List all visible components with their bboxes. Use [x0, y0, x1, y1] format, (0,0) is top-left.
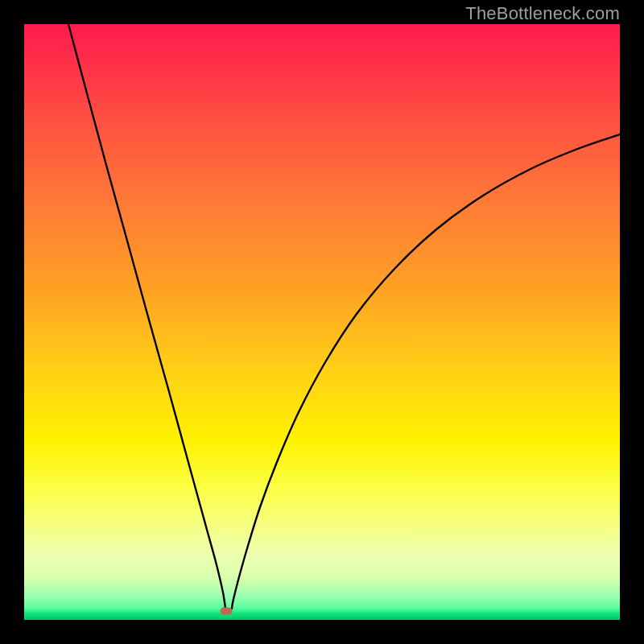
chart-frame: TheBottleneck.com — [0, 0, 644, 644]
watermark-text: TheBottleneck.com — [465, 3, 620, 24]
minimum-marker — [221, 608, 233, 615]
bottleneck-curve — [24, 24, 620, 620]
plot-area — [24, 24, 620, 620]
